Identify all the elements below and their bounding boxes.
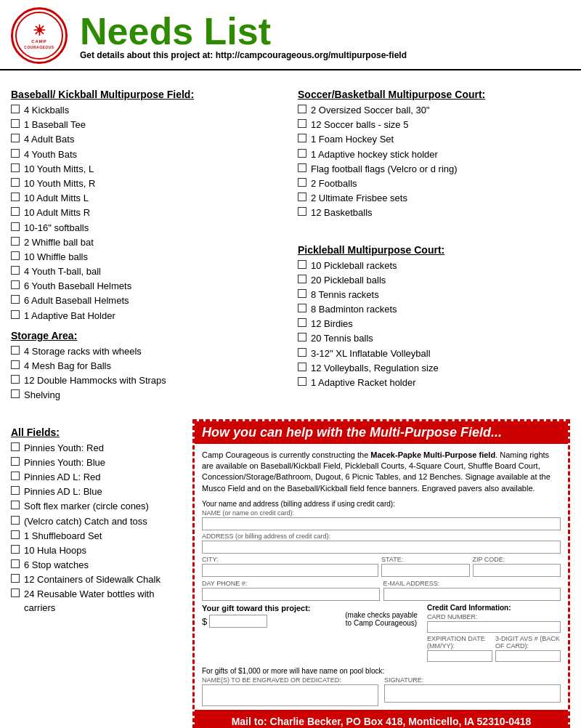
expiration-field-container: EXPIRATION DATE (MM/YY): xyxy=(427,635,492,664)
checkbox-icon[interactable] xyxy=(11,360,20,369)
checkbox-icon[interactable] xyxy=(11,516,20,525)
checkbox-icon[interactable] xyxy=(11,237,20,246)
checkbox-icon[interactable] xyxy=(11,295,20,304)
checkbox-icon[interactable] xyxy=(11,193,20,201)
email-input[interactable] xyxy=(383,588,561,601)
baseball-section-title: Baseball/ Kickball Multipurpose Field: xyxy=(11,89,283,100)
engraved-name-input[interactable] xyxy=(202,684,378,706)
address-label: ADDRESS (or billing address of credit ca… xyxy=(202,533,561,540)
checkbox-icon[interactable] xyxy=(11,266,20,275)
list-item: (Velcro catch) Catch and toss xyxy=(11,515,178,528)
list-item: 4 Youth Bats xyxy=(11,148,283,161)
checkbox-icon[interactable] xyxy=(11,389,20,398)
name-field-container: NAME (or name on credit card): xyxy=(202,509,561,530)
checkbox-icon[interactable] xyxy=(298,318,306,327)
checkbox-icon[interactable] xyxy=(298,207,306,216)
checkbox-icon[interactable] xyxy=(11,119,20,128)
checkbox-icon[interactable] xyxy=(11,178,20,187)
state-input[interactable] xyxy=(381,564,470,577)
amount-input[interactable] xyxy=(209,615,267,628)
checkbox-icon[interactable] xyxy=(298,105,306,113)
engraved-sublabel: NAME(S) TO BE ENGRAVED OR DEDICATED: xyxy=(202,676,378,684)
checkbox-icon[interactable] xyxy=(298,333,306,341)
checkbox-icon[interactable] xyxy=(298,134,306,142)
list-item: 12 Birdies xyxy=(298,318,570,331)
email-label: E-MAIL ADDRESS: xyxy=(383,580,561,587)
checkbox-icon[interactable] xyxy=(11,375,20,384)
all-fields-checklist: Pinnies Youth: Red Pinnies Youth: Blue P… xyxy=(11,442,178,615)
checkbox-icon[interactable] xyxy=(298,260,306,269)
checkbox-icon[interactable] xyxy=(11,530,20,539)
header-text-area: Needs List Get details about this projec… xyxy=(80,12,407,60)
checkbox-icon[interactable] xyxy=(11,501,20,509)
zip-input[interactable] xyxy=(473,564,561,577)
list-item: 10 Youth Mitts, R xyxy=(11,177,283,190)
checkbox-icon[interactable] xyxy=(11,472,20,480)
list-item: 4 Adult Bats xyxy=(11,133,283,146)
checkbox-icon[interactable] xyxy=(11,346,20,355)
checkbox-icon[interactable] xyxy=(298,289,306,298)
list-item: 2 Footballs xyxy=(298,177,570,190)
signature-field[interactable] xyxy=(384,684,561,703)
checkbox-icon[interactable] xyxy=(298,193,306,201)
all-fields-title: All Fields: xyxy=(11,426,178,438)
checkbox-icon[interactable] xyxy=(11,251,20,260)
checkbox-icon[interactable] xyxy=(298,377,306,386)
phone-input[interactable] xyxy=(202,588,380,601)
card-number-input[interactable] xyxy=(427,621,561,633)
list-item: 1 Adaptive Bat Holder xyxy=(11,310,283,323)
checkbox-icon[interactable] xyxy=(11,589,20,597)
phone-email-row: DAY PHONE #: E-MAIL ADDRESS: xyxy=(202,580,561,601)
checkbox-icon[interactable] xyxy=(11,574,20,583)
checkbox-icon[interactable] xyxy=(11,559,20,568)
mail-footer: Mail to: Charlie Becker, PO Box 418, Mon… xyxy=(195,710,568,728)
gift-section: Your gift toward this project: $ (make c… xyxy=(202,604,561,664)
list-item: 10 Youth Mitts, L xyxy=(11,163,283,176)
checkbox-icon[interactable] xyxy=(11,222,20,231)
checkbox-icon[interactable] xyxy=(11,310,20,319)
checkbox-icon[interactable] xyxy=(298,149,306,158)
cvv-label: 3-DIGIT AVS # (BACK OF CARD): xyxy=(495,635,561,650)
checkbox-icon[interactable] xyxy=(11,280,20,289)
list-item: 2 Whiffle ball bat xyxy=(11,236,283,249)
checkbox-icon[interactable] xyxy=(11,207,20,216)
all-fields-column: All Fields: Pinnies Youth: Red Pinnies Y… xyxy=(11,419,178,728)
list-item: 1 Shuffleboard Set xyxy=(11,530,178,543)
main-content: Baseball/ Kickball Multipurpose Field: 4… xyxy=(0,78,581,412)
checkbox-icon[interactable] xyxy=(11,442,20,451)
list-item: 4 Youth T-ball, ball xyxy=(11,265,283,278)
bottom-section: All Fields: Pinnies Youth: Red Pinnies Y… xyxy=(0,416,581,728)
checkbox-icon[interactable] xyxy=(298,178,306,187)
checkbox-icon[interactable] xyxy=(11,149,20,158)
checkbox-icon[interactable] xyxy=(11,545,20,554)
city-state-zip-row: CITY: STATE: ZIP CODE: xyxy=(202,556,561,577)
checkbox-icon[interactable] xyxy=(298,119,306,128)
address-input[interactable] xyxy=(202,541,561,554)
checkbox-icon[interactable] xyxy=(11,134,20,142)
city-input[interactable] xyxy=(202,564,378,577)
checkbox-icon[interactable] xyxy=(11,105,20,113)
cvv-input[interactable] xyxy=(495,650,561,662)
zip-label: ZIP CODE: xyxy=(473,556,561,563)
expiration-input[interactable] xyxy=(427,650,492,662)
checkbox-icon[interactable] xyxy=(11,486,20,495)
cvv-field-container: 3-DIGIT AVS # (BACK OF CARD): xyxy=(495,635,561,664)
checkbox-icon[interactable] xyxy=(298,363,306,371)
donation-body: Camp Courageous is currently constructin… xyxy=(202,450,561,495)
list-item: 1 Adaptive hockey stick holder xyxy=(298,148,570,161)
checkbox-icon[interactable] xyxy=(298,163,306,172)
list-item: 1 Baseball Tee xyxy=(11,118,283,132)
name-input[interactable] xyxy=(202,517,561,530)
list-item: 20 Tennis balls xyxy=(298,332,570,345)
zip-field-container: ZIP CODE: xyxy=(473,556,561,577)
list-item: 10 Pickleball rackets xyxy=(298,259,570,272)
checkbox-icon[interactable] xyxy=(11,457,20,466)
donation-header: How you can help with the Multi-Purpose … xyxy=(195,421,568,444)
list-item: Flag football flags (Velcro or d ring) xyxy=(298,163,570,176)
checkbox-icon[interactable] xyxy=(298,304,306,312)
checkbox-icon[interactable] xyxy=(298,348,306,357)
list-item: Soft flex marker (circle cones) xyxy=(11,500,178,513)
list-item: 4 Mesh Bag for Balls xyxy=(11,360,283,373)
checkbox-icon[interactable] xyxy=(298,275,306,283)
checkbox-icon[interactable] xyxy=(11,163,20,172)
